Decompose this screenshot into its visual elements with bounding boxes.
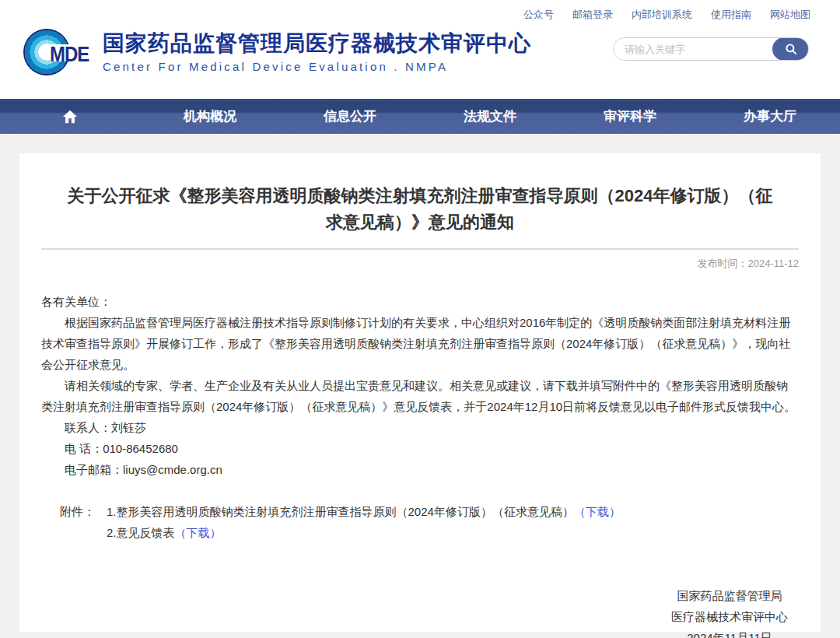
contact-phone: 电 话：010-86452680 xyxy=(41,438,799,459)
logo-acronym: MDE xyxy=(50,42,89,67)
publish-time: 发布时间：2024-11-12 xyxy=(41,257,799,271)
attachment-row: 2.意见反馈表（下载） xyxy=(41,522,799,543)
topbar-link-guide[interactable]: 使用指南 xyxy=(711,8,751,22)
salutation: 各有关单位： xyxy=(41,291,799,312)
article-card: 关于公开征求《整形美容用透明质酸钠类注射填充剂注册审查指导原则（2024年修订版… xyxy=(19,153,821,632)
nav-item-info[interactable]: 信息公开 xyxy=(280,99,420,134)
site-header: 公众号 邮箱登录 内部培训系统 使用指南 网站地图 MDE 国家药品监督管理局医… xyxy=(0,0,840,99)
signature-inner: 国家药品监督管理局 医疗器械技术审评中心 2024年11月11日 xyxy=(671,585,788,638)
topbar-link-training[interactable]: 内部培训系统 xyxy=(632,8,692,22)
search-icon xyxy=(784,42,798,56)
attachment-2-download-link[interactable]: （下载） xyxy=(175,526,222,539)
nav-home[interactable] xyxy=(0,99,140,134)
cmde-logo-icon: MDE xyxy=(23,28,92,76)
search-box xyxy=(613,37,809,61)
signature-block: 国家药品监督管理局 医疗器械技术审评中心 2024年11月11日 xyxy=(41,585,799,638)
nav-item-science[interactable]: 审评科学 xyxy=(560,99,700,134)
org-name-en: Center For Medical Device Evaluation . N… xyxy=(103,60,531,73)
attachment-row: 附件： 1.整形美容用透明质酸钠类注射填充剂注册审查指导原则（2024年修订版）… xyxy=(41,501,799,522)
main-area: 关于公开征求《整形美容用透明质酸钠类注射填充剂注册审查指导原则（2024年修订版… xyxy=(0,134,840,632)
contact-person: 联系人：刘钰莎 xyxy=(41,417,799,438)
attachments-label: 附件： xyxy=(60,501,107,522)
site-brand[interactable]: MDE 国家药品监督管理局医疗器械技术审评中心 Center For Medic… xyxy=(23,28,531,76)
topbar-link-sitemap[interactable]: 网站地图 xyxy=(770,8,810,22)
title-divider xyxy=(41,248,799,250)
signature-date: 2024年11月11日 xyxy=(671,627,788,638)
attachment-2: 2.意见反馈表（下载） xyxy=(107,522,799,543)
paragraph-1: 根据国家药品监督管理局医疗器械注册技术指导原则制修订计划的有关要求，中心组织对2… xyxy=(41,312,799,375)
attachments-label-spacer xyxy=(60,522,107,543)
nav-item-services[interactable]: 办事大厅 xyxy=(700,99,840,134)
attachment-1-download-link[interactable]: （下载） xyxy=(574,505,621,518)
topbar-link-wechat[interactable]: 公众号 xyxy=(523,8,554,22)
attachments-section: 附件： 1.整形美容用透明质酸钠类注射填充剂注册审查指导原则（2024年修订版）… xyxy=(41,501,799,543)
page-title: 关于公开征求《整形美容用透明质酸钠类注射填充剂注册审查指导原则（2024年修订版… xyxy=(41,183,799,236)
attachment-1: 1.整形美容用透明质酸钠类注射填充剂注册审查指导原则（2024年修订版）（征求意… xyxy=(107,501,799,522)
paragraph-2: 请相关领域的专家、学者、生产企业及有关从业人员提出宝贵意见和建议。相关意见或建议… xyxy=(41,375,799,417)
brand-text: 国家药品监督管理局医疗器械技术审评中心 Center For Medical D… xyxy=(103,31,531,73)
attachment-2-title: 2.意见反馈表 xyxy=(107,526,175,539)
article-body: 各有关单位： 根据国家药品监督管理局医疗器械注册技术指导原则制修订计划的有关要求… xyxy=(41,291,799,638)
topbar-links: 公众号 邮箱登录 内部培训系统 使用指南 网站地图 xyxy=(523,8,810,22)
signature-org-1: 国家药品监督管理局 xyxy=(671,585,788,606)
nav-item-about[interactable]: 机构概况 xyxy=(140,99,280,134)
main-nav: 机构概况 信息公开 法规文件 审评科学 办事大厅 xyxy=(0,99,840,134)
attachment-1-title: 1.整形美容用透明质酸钠类注射填充剂注册审查指导原则（2024年修订版）（征求意… xyxy=(107,505,574,518)
topbar-link-mail[interactable]: 邮箱登录 xyxy=(572,8,613,22)
home-icon xyxy=(61,108,79,125)
search-input[interactable] xyxy=(614,38,772,60)
search-button[interactable] xyxy=(772,37,809,61)
contact-email: 电子邮箱：liuys@cmde.org.cn xyxy=(41,459,799,480)
org-name-zh: 国家药品监督管理局医疗器械技术审评中心 xyxy=(103,31,531,56)
signature-org-2: 医疗器械技术审评中心 xyxy=(671,606,788,627)
nav-item-laws[interactable]: 法规文件 xyxy=(420,99,560,134)
